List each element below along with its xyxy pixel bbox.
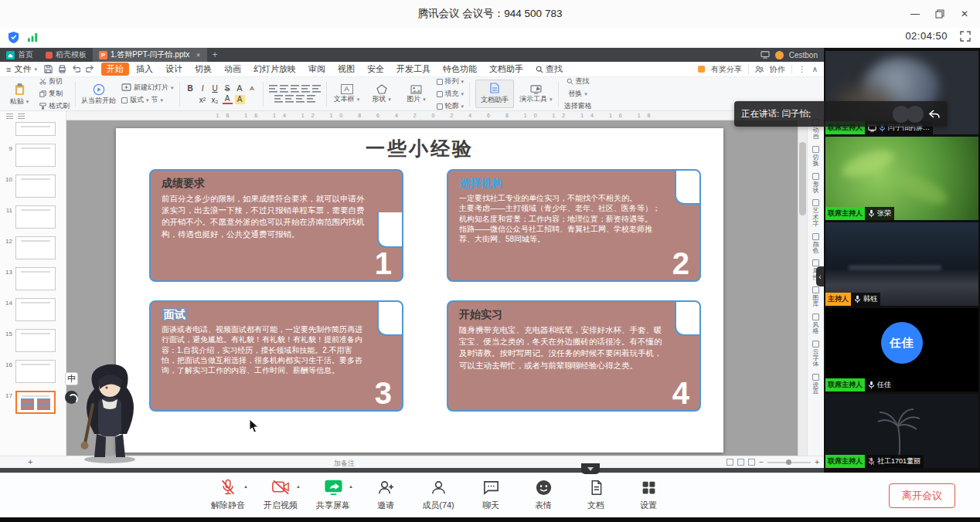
replace-button[interactable]: 替换▾ (568, 89, 587, 99)
zoom-slider-thumb[interactable] (786, 459, 791, 465)
doc-assistant-button[interactable]: 文档助手 (475, 80, 514, 108)
outline-view-icon[interactable] (6, 114, 13, 119)
bullet-list-icon[interactable] (269, 85, 277, 93)
sorter-view-icon[interactable] (737, 459, 744, 466)
start-video-button[interactable]: ▲ 开启视频 (260, 477, 301, 511)
find-button[interactable]: 查找 (567, 76, 590, 86)
redo-icon[interactable] (86, 65, 94, 73)
paste-button[interactable]: 粘贴▾ (5, 83, 34, 106)
close-button[interactable]: ✕ (952, 0, 977, 28)
superscript-button[interactable]: x² (198, 96, 208, 104)
participant-tile[interactable]: 主持人 韩钰 (825, 222, 978, 306)
arrange-button[interactable]: 排列▾ (437, 76, 464, 86)
scrollbar-thumb[interactable] (799, 142, 806, 215)
docs-button[interactable]: 文档 (575, 477, 617, 511)
participant-tile[interactable]: 联席主持人 张荣 (825, 137, 978, 220)
rail-transition[interactable]: 切换 (812, 146, 820, 168)
increase-font-button[interactable]: A (235, 83, 245, 93)
copy-button[interactable]: 复制 (39, 89, 70, 99)
collaborate-button[interactable]: 协作 (770, 64, 785, 75)
rail-gallery[interactable]: 图库 (812, 286, 820, 308)
rail-settings[interactable]: 设置 (812, 374, 820, 395)
decrease-indent-icon[interactable] (291, 85, 299, 93)
chevron-up-icon[interactable]: ▲ (349, 484, 353, 489)
ribbon-tab-slideshow[interactable]: 幻灯片放映 (248, 63, 301, 76)
new-slide-button[interactable]: 新建幻灯片 ▾ (121, 83, 174, 93)
underline-button[interactable]: U (210, 84, 220, 93)
layout-button[interactable]: 版式 (130, 95, 144, 105)
maximize-button[interactable] (927, 0, 952, 28)
ribbon-tab-features[interactable]: 特色功能 (437, 63, 482, 76)
share-promo-button[interactable]: 有奖分享 (711, 64, 742, 75)
shape-button[interactable]: 形状▾ (367, 84, 396, 103)
numbered-list-icon[interactable] (280, 85, 288, 93)
slideshow-view-icon[interactable] (748, 459, 755, 466)
file-menu-button[interactable]: ≡ 文件 ▾ (6, 63, 37, 75)
ime-chinese-toggle[interactable]: 中 (65, 372, 78, 385)
ribbon-tab-animation[interactable]: 动画 (219, 63, 247, 76)
align-center-icon[interactable] (285, 95, 294, 103)
ribbon-tab-doc-assistant[interactable]: 文档助手 (484, 63, 529, 76)
align-left-icon[interactable] (274, 95, 283, 103)
present-tools-button[interactable]: 演示工具▾ (519, 85, 553, 103)
zoom-out-icon[interactable]: − (759, 458, 764, 466)
subscript-button[interactable]: x₂ (210, 96, 220, 104)
slide-thumbnail[interactable]: 9 (0, 144, 60, 167)
outline-button[interactable]: 轮廓▾ (437, 101, 464, 111)
format-painter-button[interactable]: 格式刷 (39, 101, 70, 111)
slide-thumbnail[interactable]: 15 (0, 329, 60, 352)
undo-icon[interactable] (72, 65, 80, 73)
justify-icon[interactable] (307, 95, 315, 103)
ribbon-tab-review[interactable]: 审阅 (303, 63, 331, 76)
present-mode-icon[interactable] (761, 51, 770, 59)
settings-button[interactable]: 设置 (628, 477, 669, 511)
slide-thumbnail[interactable]: 13 (0, 267, 60, 290)
slide-thumbnail-panel[interactable]: 9 10 11 12 13 14 15 16 17 (0, 111, 66, 456)
zoom-slider[interactable] (767, 462, 811, 463)
slide-thumbnail[interactable]: 10 (0, 175, 60, 198)
ribbon-tab-view[interactable]: 视图 (332, 63, 360, 76)
rail-style[interactable]: 风格 (812, 314, 820, 335)
share-screen-button[interactable]: ▲ 共享屏幕 (312, 477, 354, 511)
slide-box-start-internship[interactable]: 开始实习 随身携带充电宝、充电器和纸笔，安排好水杯、手套、暖宝宝、便当之类的，冬… (447, 300, 701, 412)
slide-box-interview[interactable]: 面试 面谈或者电话、视频面试都有可能，一定要先制作简历再进行面试，避免尴尬。有礼… (149, 300, 403, 412)
menu-find-button[interactable]: 查找 (536, 63, 563, 75)
increase-indent-icon[interactable] (301, 85, 310, 93)
fill-button[interactable]: 填充▾ (437, 89, 464, 99)
font-color-button[interactable]: A (223, 95, 233, 104)
new-document-tab-button[interactable]: + (207, 49, 223, 60)
slide[interactable]: 一些小经验 成绩要求 前百分之多少的限制，如果成绩符合要求，就可以申请外派实习，… (116, 128, 723, 453)
cut-button[interactable]: 剪切 (39, 76, 70, 86)
wps-home-tab[interactable]: 首页 (0, 48, 39, 62)
participant-tile[interactable]: 联席主持人 社工1701董丽 (825, 394, 978, 468)
slide-canvas[interactable]: 一些小经验 成绩要求 前百分之多少的限制，如果成绩符合要求，就可以申请外派实习，… (66, 120, 807, 456)
slide-thumbnail[interactable] (0, 122, 60, 136)
ribbon-tab-devtools[interactable]: 开发工具 (391, 63, 436, 76)
decrease-font-button[interactable]: A (247, 85, 257, 92)
section-button[interactable]: 节 (151, 95, 158, 105)
print-icon[interactable] (58, 65, 66, 73)
add-slide-button[interactable]: + (28, 457, 32, 466)
account-avatar[interactable] (775, 51, 784, 59)
play-from-current-button[interactable]: 从当前开始 (81, 83, 116, 105)
collapse-ribbon-icon[interactable]: ∧ (812, 65, 818, 73)
normal-view-icon[interactable] (726, 459, 733, 466)
slide-thumbnail[interactable]: 16 (0, 360, 60, 383)
minimize-button[interactable]: — (903, 0, 927, 28)
slide-thumbnail[interactable]: 12 (0, 236, 60, 259)
bold-button[interactable]: B (185, 84, 196, 93)
italic-button[interactable]: I (198, 84, 208, 93)
reply-arrow-icon[interactable] (928, 109, 941, 120)
unmute-button[interactable]: ▲ 解除静音 (207, 477, 249, 511)
chevron-up-icon[interactable]: ▲ (296, 484, 301, 489)
slides-view-icon[interactable] (18, 114, 25, 119)
network-signal-icon[interactable] (27, 32, 39, 42)
line-spacing-icon[interactable] (312, 85, 321, 93)
leave-meeting-button[interactable]: 离开会议 (889, 483, 955, 508)
vertical-scrollbar[interactable] (798, 120, 807, 456)
chevron-up-icon[interactable]: ▲ (243, 484, 248, 489)
slide-thumbnail-selected[interactable]: 17 (0, 391, 60, 414)
align-right-icon[interactable] (296, 95, 305, 103)
rail-wordart[interactable]: 艺术字 (812, 199, 820, 227)
members-button[interactable]: 成员(74) (417, 477, 459, 511)
